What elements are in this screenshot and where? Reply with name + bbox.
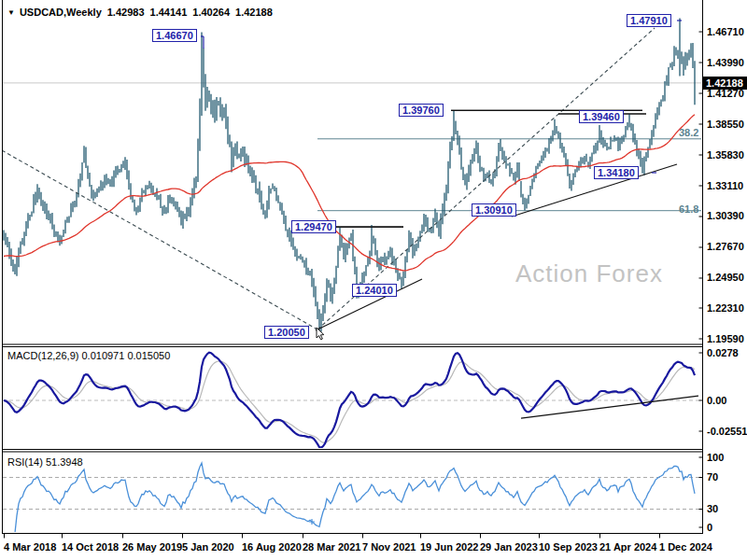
date-axis-label: 5 Jan 2020: [182, 541, 234, 553]
price-bars[interactable]: [4, 19, 695, 334]
chart-window: Action Forex ▼USDCAD,Weekly1.429831.4414…: [0, 0, 747, 560]
rsi-indicator-label: RSI(14) 51.3948: [7, 456, 83, 468]
date-axis-label: 19 Jun 2022: [420, 541, 478, 553]
price-level-label[interactable]: 1.30910: [472, 203, 516, 217]
price-axis-label: 1.24950: [707, 273, 744, 283]
price-axis-label: 1.43990: [707, 58, 744, 68]
date-axis-label: 26 May 2019: [122, 541, 182, 553]
date-axis-label: 21 Apr 2024: [599, 541, 656, 553]
price-level-label[interactable]: 1.34180: [594, 166, 639, 179]
ohlc-open: 1.42983: [107, 7, 145, 18]
rsi-axis-label: 70: [707, 472, 718, 483]
macd-axis-label: 0.00: [707, 396, 726, 406]
macd-indicator-label: MACD(12,26,9) 0.010971 0.015050: [7, 350, 170, 361]
date-axis-label: 7 Nov 2021: [362, 541, 416, 553]
price-axis-label: 1.41270: [707, 89, 744, 99]
rsi-axis-label: 30: [707, 504, 718, 514]
price-level-label[interactable]: 1.20050: [264, 326, 309, 339]
date-axis-label: 1 Dec 2024: [659, 541, 712, 553]
symbol-dropdown-icon[interactable]: ▼: [7, 8, 15, 17]
chart-canvas[interactable]: [0, 0, 747, 560]
macd-panel[interactable]: [3, 353, 702, 448]
macd-axis-label: 0.0278: [707, 348, 739, 358]
rsi-line[interactable]: [13, 463, 695, 533]
mouse-cursor: [317, 328, 324, 340]
macd-rising-trendline[interactable]: [521, 396, 698, 418]
date-axis-label: 29 Jan 2023: [480, 541, 538, 553]
macd-axis-label: -0.025511: [707, 427, 747, 437]
ohlc-high: 1.44141: [150, 7, 188, 18]
chart-title: ▼USDCAD,Weekly1.429831.441411.402641.421…: [7, 7, 273, 18]
price-axis-label: 1.33110: [707, 181, 743, 191]
price-level-label[interactable]: 1.39760: [399, 104, 444, 117]
macd-signal-line[interactable]: [4, 361, 695, 442]
price-axis-label: 1.19590: [707, 334, 744, 344]
date-axis-label: 10 Sep 2023: [539, 541, 598, 553]
price-axis-label: 1.22310: [707, 303, 744, 314]
rsi-axis-label: 0: [707, 523, 712, 533]
price-axis-label: 1.38550: [707, 119, 744, 130]
price-axis-label: 1.35830: [707, 150, 744, 161]
price-level-label[interactable]: 1.39460: [579, 110, 624, 123]
rsi-panel[interactable]: [3, 463, 702, 533]
ohlc-low: 1.40264: [192, 7, 230, 18]
price-axis-label: 1.27670: [707, 242, 744, 252]
symbol-timeframe: USDCAD,Weekly: [20, 7, 102, 18]
date-axis-label: 14 Oct 2018: [62, 541, 119, 553]
date-axis-label: 28 Mar 2021: [303, 541, 360, 553]
price-level-label[interactable]: 1.29470: [291, 220, 336, 233]
price-axis-label: 1.46710: [707, 27, 744, 37]
price-axis-label: 1.30390: [707, 211, 744, 221]
ohlc-close: 1.42188: [235, 7, 273, 18]
long-term-falling-dashed[interactable]: [2, 150, 317, 329]
price-level-label[interactable]: 1.46670: [152, 29, 197, 42]
fib-38-2-label: 38.2: [679, 127, 698, 138]
price-level-label[interactable]: 1.47910: [627, 14, 671, 27]
rsi-axis-label: 100: [707, 453, 724, 463]
current-price-tag: 1.42188: [703, 77, 747, 90]
date-axis-label: 16 Aug 2020: [242, 541, 302, 553]
date-axis-label: 4 Mar 2018: [4, 541, 56, 553]
price-level-label[interactable]: 1.24010: [352, 284, 397, 297]
fib-61-8-label: 61.8: [679, 203, 698, 215]
